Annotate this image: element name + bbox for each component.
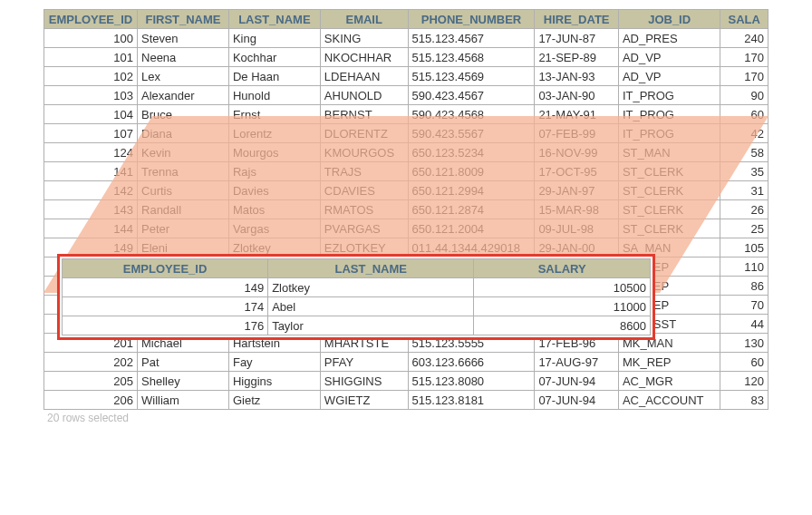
cell-em: BERNST [320,105,408,124]
cell-fn: Alexander [138,86,229,105]
result-row[interactable]: 176Taylor8600 [63,316,651,335]
cell-ln: De Haan [228,67,320,86]
rcol-employee_id[interactable]: EMPLOYEE_ID [63,259,268,278]
cell-hd: 13-JAN-93 [535,67,619,86]
rcell-emp: 174 [63,297,268,316]
row-count-footer: 20 rows selected [44,412,768,424]
table-row[interactable]: 205ShelleyHigginsSHIGGINS515.123.808007-… [44,372,768,391]
cell-hd: 16-NOV-99 [535,143,619,162]
cell-sal: 70 [720,296,768,315]
cell-ph: 515.123.4568 [408,48,535,67]
col-phone_number[interactable]: PHONE_NUMBER [408,10,535,29]
rcol-salary[interactable]: SALARY [474,259,651,278]
cell-hd: 15-MAR-98 [535,200,619,219]
table-row[interactable]: 202PatFayPFAY603.123.666617-AUG-97MK_REP… [44,353,768,372]
table-header-row: EMPLOYEE_IDFIRST_NAMELAST_NAMEEMAILPHONE… [44,10,768,29]
cell-ph: 650.121.2994 [408,181,535,200]
cell-fn: Pat [138,353,229,372]
cell-emp: 102 [44,67,138,86]
table-row[interactable]: 103AlexanderHunoldAHUNOLD590.423.456703-… [44,86,768,105]
col-job_id[interactable]: JOB_ID [618,10,720,29]
employees-table: EMPLOYEE_IDFIRST_NAMELAST_NAMEEMAILPHONE… [44,9,768,410]
col-last_name[interactable]: LAST_NAME [228,10,320,29]
cell-job: IT_PROG [618,124,720,143]
cell-fn: Randall [138,200,229,219]
table-row[interactable]: 104BruceErnstBERNST590.423.456821-MAY-91… [44,105,768,124]
table-row[interactable]: 102LexDe HaanLDEHAAN515.123.456913-JAN-9… [44,67,768,86]
cell-sal: 110 [720,258,768,277]
cell-hd: 29-JAN-97 [535,181,619,200]
result-row[interactable]: 149Zlotkey10500 [63,278,651,297]
cell-sal: 83 [720,391,768,410]
cell-sal: 170 [720,67,768,86]
cell-em: NKOCHHAR [320,48,408,67]
rcell-ln: Abel [268,297,474,316]
cell-fn: Diana [138,124,229,143]
cell-job: AC_ACCOUNT [618,391,720,410]
cell-hd: 17-AUG-97 [535,353,619,372]
rcell-emp: 149 [63,278,268,297]
cell-ph: 650.123.5234 [408,143,535,162]
table-row[interactable]: 143RandallMatosRMATOS650.121.287415-MAR-… [44,200,768,219]
cell-sal: 170 [720,48,768,67]
rcell-ln: Zlotkey [268,278,474,297]
result-overlay: EMPLOYEE_IDLAST_NAMESALARY 149Zlotkey105… [57,254,655,340]
result-row[interactable]: 174Abel11000 [63,297,651,316]
cell-sal: 42 [720,124,768,143]
cell-ph: 650.121.2004 [408,219,535,238]
cell-sal: 60 [720,105,768,124]
cell-emp: 143 [44,200,138,219]
rcell-sal: 10500 [474,278,651,297]
result-header-row: EMPLOYEE_IDLAST_NAMESALARY [63,259,651,278]
cell-ln: Hunold [228,86,320,105]
cell-emp: 101 [44,48,138,67]
cell-ln: Mourgos [228,143,320,162]
cell-ln: Matos [228,200,320,219]
cell-emp: 103 [44,86,138,105]
cell-em: DLORENTZ [320,124,408,143]
cell-sal: 35 [720,162,768,181]
table-row[interactable]: 141TrennaRajsTRAJS650.121.800917-OCT-95S… [44,162,768,181]
cell-emp: 124 [44,143,138,162]
rcell-emp: 176 [63,316,268,335]
cell-ph: 590.423.4567 [408,86,535,105]
table-row[interactable]: 107DianaLorentzDLORENTZ590.423.556707-FE… [44,124,768,143]
rcell-ln: Taylor [268,316,474,335]
table-row[interactable]: 100StevenKingSKING515.123.456717-JUN-87A… [44,29,768,48]
table-row[interactable]: 101NeenaKochharNKOCHHAR515.123.456821-SE… [44,48,768,67]
cell-ph: 650.121.2874 [408,200,535,219]
cell-fn: Shelley [138,372,229,391]
col-sala[interactable]: SALA [720,10,768,29]
cell-job: MK_REP [618,353,720,372]
table-row[interactable]: 124KevinMourgosKMOURGOS650.123.523416-NO… [44,143,768,162]
cell-em: KMOURGOS [320,143,408,162]
cell-ln: Fay [228,353,320,372]
rcol-last_name[interactable]: LAST_NAME [268,259,474,278]
cell-job: ST_CLERK [618,181,720,200]
cell-fn: Kevin [138,143,229,162]
cell-job: ST_MAN [618,143,720,162]
cell-em: TRAJS [320,162,408,181]
cell-emp: 144 [44,219,138,238]
cell-em: PFAY [320,353,408,372]
cell-sal: 105 [720,238,768,258]
cell-sal: 240 [720,29,768,48]
cell-hd: 03-JAN-90 [535,86,619,105]
cell-job: ST_CLERK [618,200,720,219]
cell-em: SHIGGINS [320,372,408,391]
cell-ln: Rajs [228,162,320,181]
col-first_name[interactable]: FIRST_NAME [138,10,229,29]
col-employee_id[interactable]: EMPLOYEE_ID [44,10,138,29]
table-row[interactable]: 206WilliamGietzWGIETZ515.123.818107-JUN-… [44,391,768,410]
col-hire_date[interactable]: HIRE_DATE [535,10,619,29]
cell-em: WGIETZ [320,391,408,410]
cell-hd: 07-FEB-99 [535,124,619,143]
cell-emp: 107 [44,124,138,143]
table-row[interactable]: 142CurtisDaviesCDAVIES650.121.299429-JAN… [44,181,768,200]
col-email[interactable]: EMAIL [320,10,408,29]
cell-ln: Davies [228,181,320,200]
table-row[interactable]: 144PeterVargasPVARGAS650.121.200409-JUL-… [44,219,768,238]
cell-job: ST_CLERK [618,219,720,238]
cell-sal: 60 [720,353,768,372]
cell-ln: Ernst [228,105,320,124]
